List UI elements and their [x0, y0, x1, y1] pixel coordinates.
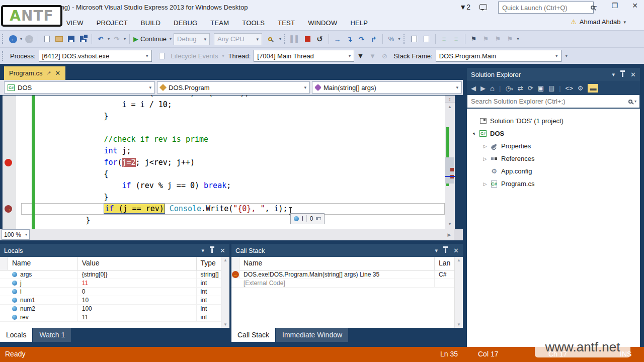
- navigate-backward-doc-button[interactable]: [409, 33, 421, 45]
- call-stack-grid[interactable]: NameLan →DOS.exe!DOS.Program.Main(string…: [231, 257, 463, 328]
- locals-row[interactable]: num110int: [0, 296, 229, 305]
- pin-icon[interactable]: [211, 248, 213, 253]
- home-icon[interactable]: ⌂: [490, 84, 495, 93]
- code-line[interactable]: }: [49, 215, 433, 226]
- navigate-forward-button[interactable]: →: [23, 33, 35, 45]
- column-header-name[interactable]: Name: [8, 257, 78, 270]
- locals-row[interactable]: rev11int: [0, 313, 229, 322]
- menu-item-debug[interactable]: DEBUG: [167, 16, 204, 30]
- clear-bookmarks-button[interactable]: ⚑: [504, 33, 516, 45]
- refresh-icon[interactable]: ⟳: [528, 84, 533, 92]
- tree-item-solution-dos-1-project-[interactable]: Solution 'DOS' (1 project): [467, 115, 640, 127]
- decrease-indent-button[interactable]: ≡: [438, 33, 450, 45]
- menu-item-test[interactable]: TEST: [271, 16, 301, 30]
- window-menu-icon[interactable]: ▾: [202, 247, 205, 254]
- sync-with-active-document-icon[interactable]: ⇄: [518, 84, 523, 92]
- pending-changes-filter-icon[interactable]: ◷▾: [505, 84, 513, 92]
- window-menu-icon[interactable]: ▾: [612, 71, 615, 78]
- code-line[interactable]: [49, 122, 433, 134]
- toolbar-grip[interactable]: [2, 34, 4, 44]
- scroll-down-icon[interactable]: ▼: [455, 322, 463, 327]
- menu-item-team[interactable]: TEAM: [204, 16, 235, 30]
- solution-explorer-titlebar[interactable]: Solution Explorer ▾ ✕: [467, 68, 640, 81]
- project-dropdown[interactable]: C# DOS▾: [4, 81, 155, 94]
- code-line[interactable]: {: [49, 168, 433, 180]
- code-editor[interactable]: rev = (rev * 10) + (i % 10); i = i / 10;…: [0, 96, 463, 229]
- menu-item-help[interactable]: HELP: [344, 16, 374, 30]
- scroll-right-icon[interactable]: ▶: [445, 232, 454, 237]
- thread-dropdown[interactable]: [7004] Main Thread▾: [254, 50, 354, 62]
- solution-platforms-dropdown[interactable]: Any CPU▾: [214, 33, 262, 45]
- expander-icon[interactable]: ▷: [481, 156, 489, 161]
- expander-icon[interactable]: ▷: [481, 182, 489, 187]
- save-all-button[interactable]: [77, 33, 89, 45]
- scroll-up-icon[interactable]: ▲: [445, 104, 455, 111]
- new-item-button[interactable]: [41, 33, 53, 45]
- close-icon[interactable]: ✕: [55, 69, 60, 77]
- pin-icon[interactable]: [316, 217, 321, 220]
- locals-row[interactable]: i0int: [0, 288, 229, 296]
- call-stack-titlebar[interactable]: Call Stack ▾ ✕: [231, 244, 463, 257]
- scroll-down-icon[interactable]: ▼: [221, 322, 229, 327]
- expander-icon[interactable]: ▷: [481, 144, 489, 149]
- solution-search-input[interactable]: [467, 98, 628, 105]
- stack-frame-dropdown[interactable]: DOS.Program.Main▾: [436, 50, 561, 62]
- quick-launch-input[interactable]: [499, 4, 591, 12]
- column-header-name[interactable]: Name: [239, 257, 435, 270]
- code-line[interactable]: }: [49, 111, 433, 122]
- tree-item-properties[interactable]: ▷Properties: [467, 140, 640, 152]
- process-dropdown[interactable]: [6412] DOS.vshost.exe▾: [39, 50, 152, 62]
- splitter-handle[interactable]: ↕: [445, 96, 455, 103]
- open-file-button[interactable]: [53, 33, 65, 45]
- datatip[interactable]: i 0: [290, 213, 325, 224]
- scroll-up-icon[interactable]: ▲: [455, 258, 463, 262]
- scroll-up-icon[interactable]: ▲: [221, 258, 229, 262]
- column-header-value[interactable]: Value: [78, 257, 197, 270]
- collapse-all-icon[interactable]: ▣: [538, 84, 544, 92]
- notifications-flag-icon[interactable]: ▼2: [459, 3, 470, 11]
- stop-debugging-button[interactable]: [302, 33, 314, 45]
- view-code-icon[interactable]: <>: [566, 84, 573, 92]
- close-icon[interactable]: ✕: [630, 71, 636, 78]
- hex-display-button[interactable]: %: [385, 33, 397, 45]
- continue-button[interactable]: ▶ Continue ▾: [132, 33, 174, 45]
- close-icon[interactable]: ✕: [453, 247, 459, 254]
- account-area[interactable]: ⚠ Ahmad Ahdab ▾: [571, 18, 626, 26]
- tab-immediate-window[interactable]: Immediate Window: [276, 328, 348, 342]
- step-over-button[interactable]: ↷: [356, 33, 368, 45]
- increase-indent-button[interactable]: ≡: [450, 33, 462, 45]
- current-statement-icon[interactable]: →: [5, 205, 12, 213]
- expander-icon[interactable]: ▾: [469, 129, 478, 138]
- minimize-button[interactable]: –: [589, 2, 601, 10]
- tree-item-references[interactable]: ▷References: [467, 152, 640, 165]
- restart-button[interactable]: ↺: [314, 33, 326, 45]
- solution-explorer-search[interactable]: ▾: [467, 95, 639, 108]
- show-all-files-icon[interactable]: ▤: [548, 84, 554, 92]
- locals-row[interactable]: args{string[0]}string[]: [0, 270, 229, 279]
- menu-item-window[interactable]: WINDOW: [301, 16, 344, 30]
- chevron-down-icon[interactable]: ▾: [19, 37, 23, 41]
- navigate-back-button[interactable]: ←: [7, 33, 19, 45]
- tab-locals[interactable]: Locals: [0, 328, 32, 342]
- toggle-bookmark-button[interactable]: ⚑: [468, 33, 480, 45]
- tab-watch-1[interactable]: Watch 1: [33, 328, 71, 342]
- zoom-dropdown[interactable]: 100 %▾: [2, 229, 30, 240]
- code-line[interactable]: rev = (rev * 10) + (i % 10);: [49, 96, 433, 99]
- restore-button[interactable]: ❐: [609, 2, 621, 10]
- chevron-down-icon[interactable]: ▾: [123, 37, 127, 41]
- locals-row[interactable]: num2100int: [0, 305, 229, 313]
- menu-item-build[interactable]: BUILD: [134, 16, 167, 30]
- locals-row[interactable]: j11int: [0, 279, 229, 288]
- tree-item-dos[interactable]: ▾C#DOS: [467, 127, 640, 140]
- tree-item-app-config[interactable]: ⚙App.config: [467, 165, 640, 177]
- pin-icon[interactable]: [445, 248, 446, 253]
- close-icon[interactable]: ✕: [220, 247, 225, 254]
- call-stack-frame[interactable]: [External Code]: [231, 279, 463, 288]
- window-menu-icon[interactable]: ▾: [435, 247, 438, 254]
- navigate-forward-doc-button[interactable]: [421, 33, 433, 45]
- locals-grid[interactable]: NameValueType args{string[0]}string[]j11…: [0, 257, 229, 328]
- status-line[interactable]: Ln 35: [440, 350, 458, 358]
- forward-icon[interactable]: ▶: [480, 84, 486, 92]
- tab-program-cs[interactable]: Program.cs ⤒ ✕: [4, 66, 65, 80]
- menu-item-tools[interactable]: TOOLS: [235, 16, 271, 30]
